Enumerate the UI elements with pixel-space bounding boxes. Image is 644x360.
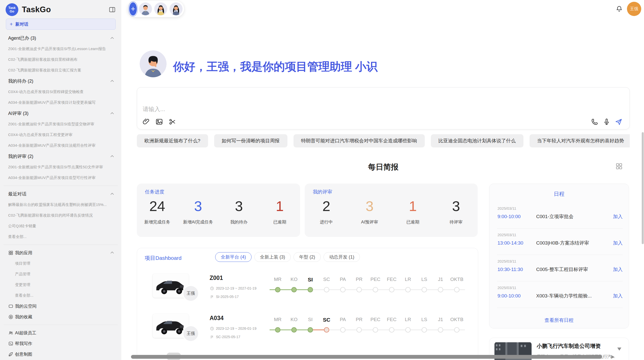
milestone: PR	[351, 316, 367, 338]
agent-avatar-2[interactable]	[154, 2, 167, 16]
sidebar-item-ai-employees[interactable]: AI超级员工	[0, 327, 121, 338]
suggestion-chip[interactable]: 如何写一份清晰的项目周报	[214, 134, 287, 147]
sidebar-item-my-apps[interactable]: 我的应用	[0, 247, 121, 258]
plus-icon: +	[10, 21, 13, 27]
sidebar-item-write-for-me[interactable]: 帮我写作	[0, 338, 121, 349]
users-icon	[8, 331, 13, 335]
task-item[interactable]: Z001-全新燃油皮卡产品开发项目SI节点Lesson Learn报告	[0, 43, 121, 54]
recent-chat-item[interactable]: C02-飞腾新能源轻客改款项目的闭环通告反馈情况	[0, 210, 121, 221]
milestone: OKTB	[449, 316, 465, 338]
milestone: PA	[335, 316, 351, 338]
task-item[interactable]: C0X4-动力总成开发项目SI里程碑提交物检查	[0, 86, 121, 97]
scissors-icon[interactable]	[169, 118, 176, 126]
sidebar-item-creative-drawing[interactable]: 创意制图	[0, 349, 121, 359]
image-icon[interactable]	[155, 118, 163, 126]
apps-view-all[interactable]: 查看全部...	[0, 290, 121, 301]
logo-row: Task Go TaskGo	[6, 3, 116, 16]
chevron-up-icon[interactable]	[110, 36, 115, 41]
task-item[interactable]: A034-全新新能源MUV产品开发项目计划变更表编写	[0, 97, 121, 108]
task-item[interactable]: A034-全新新能源MUV产品开发项目造型可行性评审	[0, 172, 121, 183]
join-link[interactable]: 加入	[613, 213, 623, 220]
suggestion-chip[interactable]: 特朗普可能对进口汽车增税会对中国车企造成哪些影响	[294, 134, 425, 147]
task-item[interactable]: A034-全新新能源MUV产品开发项目法规符合性评审	[0, 140, 121, 151]
task-item[interactable]: C02-飞腾新能源轻客改款项目里程碑画布	[0, 54, 121, 65]
sidebar-collapse-icon[interactable]	[109, 6, 116, 13]
agent-avatar-1[interactable]	[139, 2, 152, 16]
join-link[interactable]: 加入	[613, 240, 623, 246]
phone-icon[interactable]	[591, 118, 598, 126]
meeting-time: 9:00-10:00	[497, 214, 536, 219]
schedule-entry: 2025/03/11 9:00-10:00C001-立项审批会加入	[497, 202, 623, 229]
section-ai-review[interactable]: AI评审 (3)	[0, 108, 121, 119]
section-my-review[interactable]: 我的评审 (2)	[0, 151, 121, 162]
section-my-todo[interactable]: 我的待办 (2)	[0, 76, 121, 86]
milestone: OKTB	[449, 276, 465, 298]
logo-line2: Go	[10, 10, 14, 13]
recent-view-all[interactable]: 查看全部...	[0, 231, 121, 242]
stat: 24新增完成任务	[137, 198, 178, 225]
stat: 3新增AI完成任务	[178, 198, 219, 225]
chevron-up-icon[interactable]	[110, 191, 115, 197]
stat: 3待评审	[434, 198, 478, 225]
task-item[interactable]: C0X4-动力总成开发项目工程变更评审	[0, 129, 121, 140]
vertical-scrollbar[interactable]	[642, 132, 644, 244]
recent-chat-item[interactable]: 公司Q3轻卡销量	[0, 221, 121, 231]
user-avatar[interactable]: 王强	[627, 2, 641, 16]
task-item[interactable]: C02-飞腾新能源轻客改款项目立项汇报方案	[0, 65, 121, 76]
tab-all-new-platform[interactable]: 全新平台 (4)	[215, 252, 252, 262]
clock-icon	[210, 327, 214, 331]
app-item-product-mgmt[interactable]: 产品管理	[0, 269, 121, 279]
card-title: 任务进度	[145, 189, 164, 195]
view-all-schedule-link[interactable]: 查看所有日程	[489, 317, 629, 324]
suggestion-chip[interactable]: 当下年轻人对汽车外观有怎样的喜好趋势	[530, 134, 630, 147]
composer-left-icons	[142, 118, 176, 126]
scroll-down-arrow[interactable]	[617, 348, 621, 351]
task-item[interactable]: Z001-全新燃油轻卡产品开发项目SI节点属性5D文件评审	[0, 162, 121, 172]
task-item[interactable]: Z001-全新燃油轻卡产品开发项目SI造型提交物评审	[0, 119, 121, 129]
send-icon[interactable]	[615, 118, 622, 126]
recent-chat-item[interactable]: 解释最新出台的欧盟报废车法规再生塑料比例被调至15%...	[0, 199, 121, 210]
join-link[interactable]: 加入	[613, 266, 623, 273]
milestone: J1	[432, 316, 449, 338]
attachment-icon[interactable]	[142, 118, 150, 126]
meeting-name: C003|H0B-方案冻结评审	[536, 240, 589, 246]
divider	[4, 245, 118, 245]
tab-model-year[interactable]: 年型 (2)	[294, 252, 321, 262]
new-chat-button[interactable]: + 新对话	[6, 19, 116, 30]
tab-new-upfit[interactable]: 全新上装 (3)	[254, 252, 291, 262]
suggestion-chips: 欧洲新规最近颁布了什么? 如何写一份清晰的项目周报 特朗普可能对进口汽车增税会对…	[137, 134, 630, 147]
chevron-up-icon[interactable]	[110, 79, 115, 84]
add-agent-button[interactable]: +	[129, 2, 137, 16]
horizontal-scrollbar[interactable]	[131, 355, 602, 359]
app-item-project-mgmt[interactable]: 项目管理	[0, 258, 121, 269]
project-owner-badge: 王强	[182, 285, 199, 302]
section-agent-done[interactable]: Agent已办 (3)	[0, 33, 121, 43]
sidebar-item-favorites[interactable]: 我的收藏	[0, 311, 121, 322]
app-item-change-mgmt[interactable]: 变更管理	[0, 279, 121, 290]
microphone-icon[interactable]	[603, 118, 610, 126]
sidebar-item-cloud-space[interactable]: 我的云空间	[0, 301, 121, 311]
section-recent-chats[interactable]: 最近对话	[0, 188, 121, 199]
milestone: PEC	[367, 276, 384, 298]
chat-input[interactable]	[143, 106, 499, 113]
tab-powertrain-dev[interactable]: 动总开发 (1)	[324, 252, 360, 262]
layout-grid-icon[interactable]	[616, 163, 623, 170]
chevron-up-icon[interactable]	[110, 250, 115, 255]
meeting-time: 10:30-11:30	[497, 267, 536, 272]
notifications-bell-icon[interactable]	[616, 5, 623, 12]
chevron-up-icon[interactable]	[110, 154, 115, 159]
scroll-right-arrow[interactable]	[611, 355, 614, 359]
suggestion-chip[interactable]: 比亚迪全固态电池计划具体说了什么	[431, 134, 523, 147]
chevron-up-icon[interactable]	[110, 111, 115, 116]
join-link[interactable]: 加入	[613, 293, 623, 299]
project-date-range: 2023-12-19 ~ 2026-01-19	[210, 326, 256, 331]
quill-icon	[8, 352, 13, 357]
agent-switcher: +	[127, 1, 184, 17]
daily-brief-title: 每日简报	[137, 162, 630, 172]
composer-right-icons	[591, 118, 622, 126]
stat: 2进行中	[305, 198, 348, 225]
suggestion-chip[interactable]: 欧洲新规最近颁布了什么?	[137, 134, 208, 147]
agent-avatar-3[interactable]	[169, 2, 183, 16]
flag-icon	[210, 295, 214, 299]
project-date-range: 2023-12-19 ~ 2027-01-19	[210, 286, 256, 290]
